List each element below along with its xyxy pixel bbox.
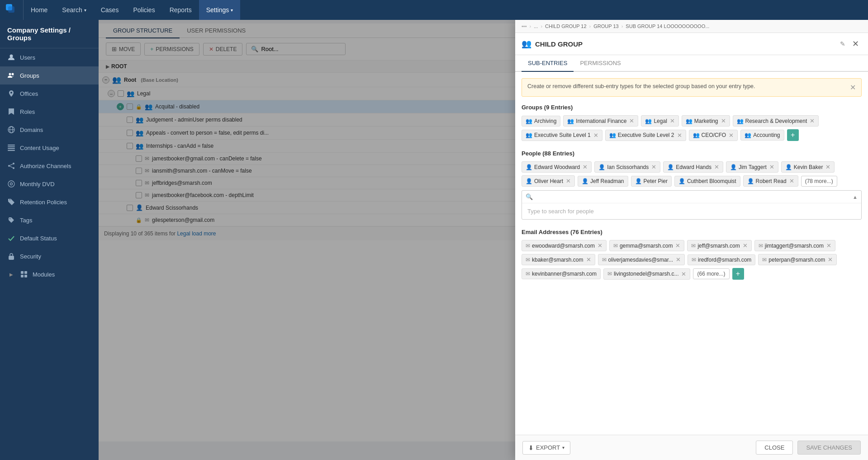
sidebar-item-label: Users	[20, 54, 35, 61]
tag-label: Cuthbert Bloomquist	[687, 178, 736, 184]
tag-remove-btn[interactable]: ✕	[675, 242, 680, 249]
tag-remove-btn[interactable]: ✕	[729, 132, 734, 139]
sidebar-item-tags[interactable]: Tags	[0, 211, 99, 229]
person-icon	[7, 53, 15, 61]
sidebar-item-offices[interactable]: Offices	[0, 84, 99, 103]
share-icon	[7, 162, 15, 170]
breadcrumb-group-13[interactable]: CHILD GROUP 12	[545, 23, 587, 29]
tag-icon	[7, 198, 15, 206]
grid-icon	[20, 270, 28, 278]
breadcrumb-sub-group-14[interactable]: GROUP 13	[593, 23, 618, 29]
tag-label: oliverjamesdavies@smar...	[608, 257, 674, 263]
svg-point-17	[8, 181, 14, 187]
svg-rect-20	[21, 271, 24, 274]
tag-remove-btn[interactable]: ✕	[789, 178, 794, 184]
list-item: 👥 Executive Suite Level 2 ✕	[605, 130, 686, 141]
person-tag-icon: 👤	[526, 178, 532, 184]
tag-remove-btn[interactable]: ✕	[714, 164, 719, 170]
list-item: ✉ kbaker@smarsh.com ✕	[522, 254, 595, 265]
tag-remove-btn[interactable]: ✕	[593, 132, 598, 139]
panel-tabs: SUB-ENTRIES PERMISSIONS	[515, 55, 868, 72]
nav-policies[interactable]: Policies	[126, 0, 162, 20]
sidebar-item-retention-policies[interactable]: Retention Policies	[0, 193, 99, 211]
edit-icon[interactable]: ✎	[840, 40, 845, 47]
sidebar-item-default-status[interactable]: Default Status	[0, 229, 99, 247]
sidebar-item-security[interactable]: Security	[0, 247, 99, 265]
tag-remove-btn[interactable]: ✕	[769, 164, 774, 170]
tab-permissions[interactable]: PERMISSIONS	[574, 55, 627, 72]
tag-remove-btn[interactable]: ✕	[583, 164, 588, 170]
sidebar-item-label: Retention Policies	[20, 199, 67, 206]
info-banner-close[interactable]: ✕	[850, 83, 856, 92]
dropdown-arrow-icon[interactable]: ▲	[853, 194, 858, 200]
sidebar-item-groups[interactable]: Groups	[0, 66, 99, 84]
sidebar-item-authorize-channels[interactable]: Authorize Channels	[0, 157, 99, 175]
tag-remove-btn[interactable]: ✕	[598, 242, 602, 249]
tab-sub-entries[interactable]: SUB-ENTRIES	[522, 55, 574, 72]
export-arrow-icon: ▾	[562, 445, 564, 450]
tag-label: Oliver Heart	[534, 178, 563, 184]
nav-home[interactable]: Home	[24, 0, 55, 20]
tag-remove-btn[interactable]: ✕	[651, 164, 656, 170]
tag-label: Jeff Readman	[590, 178, 624, 184]
list-item: 👥 Executive Suite Level 1 ✕	[522, 130, 602, 141]
tag-remove-btn[interactable]: ✕	[743, 242, 748, 249]
tag-label: peterpan@smarsh.com	[768, 257, 825, 263]
nav-reports[interactable]: Reports	[162, 0, 199, 20]
top-nav: Home Search▾ Cases Policies Reports Sett…	[0, 0, 868, 20]
tag-label: CEO/CFO	[702, 132, 726, 138]
email-tag-icon: ✉	[613, 243, 618, 249]
tag-remove-btn[interactable]: ✕	[826, 242, 831, 249]
groups-section: Groups (9 Entries) 👥 Archiving 👥 Interna…	[522, 104, 862, 141]
nav-cases[interactable]: Cases	[94, 0, 126, 20]
tag-remove-btn[interactable]: ✕	[810, 117, 815, 124]
people-section: People (88 Entries) 👤 Edward Woodward ✕ …	[522, 150, 862, 220]
list-item: 👤 Edward Woodward ✕	[522, 161, 592, 173]
list-icon	[7, 144, 15, 152]
breadcrumb-child-group-15[interactable]: SUB GROUP 14 LOOOOOOOOOO...	[626, 23, 709, 29]
breadcrumb-dots: •••	[522, 23, 527, 29]
search-icon: 🔍	[526, 193, 533, 200]
tag-label: Jim Taggert	[739, 164, 767, 170]
person-tag-icon: 👤	[598, 164, 605, 170]
tag-remove-btn[interactable]: ✕	[676, 256, 681, 263]
tag-remove-btn[interactable]: ✕	[721, 117, 726, 124]
email-tag-icon: ✉	[607, 271, 612, 277]
save-changes-button[interactable]: SAVE CHANGES	[797, 441, 861, 455]
svg-rect-9	[8, 146, 15, 147]
tag-remove-btn[interactable]: ✕	[828, 256, 833, 263]
sidebar-item-monthly-dvd[interactable]: Monthly DVD	[0, 175, 99, 193]
breadcrumb-child-group-12[interactable]: ...	[534, 23, 538, 29]
nav-settings[interactable]: Settings▾	[199, 0, 241, 20]
sidebar-item-roles[interactable]: Roles	[0, 103, 99, 121]
close-panel-button[interactable]: CLOSE	[756, 441, 793, 455]
tag-remove-btn[interactable]: ✕	[681, 271, 686, 277]
email-tag-icon: ✉	[526, 243, 530, 249]
tag-remove-btn[interactable]: ✕	[586, 256, 591, 263]
sidebar-item-label: Roles	[20, 108, 35, 115]
person-tag-icon: 👤	[582, 178, 588, 184]
info-banner: Create or remove different sub-entry typ…	[522, 78, 862, 97]
export-button[interactable]: ⬇ EXPORT ▾	[522, 441, 570, 455]
tag-remove-btn[interactable]: ✕	[677, 132, 682, 139]
add-email-button[interactable]: +	[732, 268, 744, 280]
more-emails-button[interactable]: (66 more...)	[693, 268, 729, 279]
sidebar-item-content-usage[interactable]: Content Usage	[0, 139, 99, 157]
tag-label: Legal	[654, 118, 667, 124]
sidebar-item-modules[interactable]: ▶ Modules	[0, 265, 99, 283]
add-group-button[interactable]: +	[787, 129, 799, 141]
add-people-input[interactable]	[536, 193, 850, 200]
tag-remove-btn[interactable]: ✕	[566, 178, 571, 184]
logo[interactable]	[0, 0, 24, 20]
close-button[interactable]: ✕	[849, 38, 862, 50]
more-people-button[interactable]: (78 more...)	[801, 176, 837, 187]
tag-remove-btn[interactable]: ✕	[629, 117, 634, 124]
sidebar-item-users[interactable]: Users	[0, 48, 99, 66]
tag-remove-btn[interactable]: ✕	[825, 164, 830, 170]
nav-search[interactable]: Search▾	[55, 0, 93, 20]
emails-section: Email Addresses (76 Entries) ✉ ewoodward…	[522, 229, 862, 280]
sidebar-item-domains[interactable]: Domains	[0, 121, 99, 139]
tag-remove-btn[interactable]: ✕	[670, 117, 675, 124]
disc-icon	[7, 180, 15, 188]
panel-breadcrumb: ••• › ... › CHILD GROUP 12 › GROUP 13 › …	[515, 20, 868, 33]
